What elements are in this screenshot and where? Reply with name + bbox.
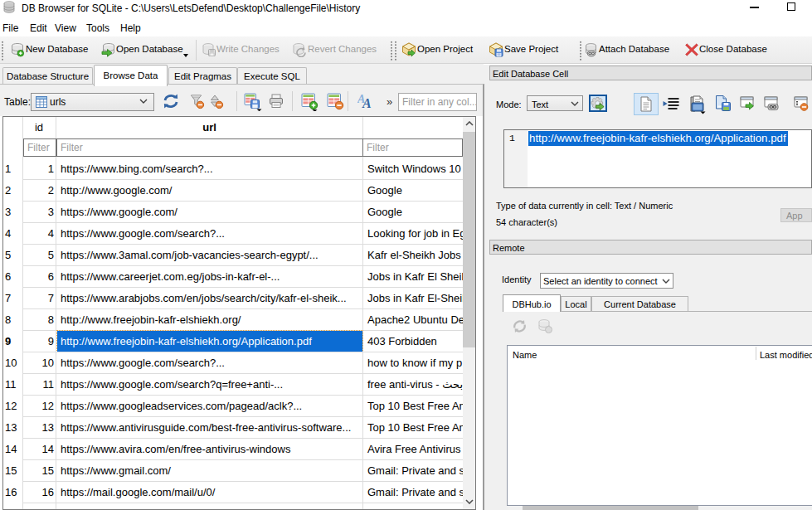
svg-text:A: A	[362, 96, 372, 109]
